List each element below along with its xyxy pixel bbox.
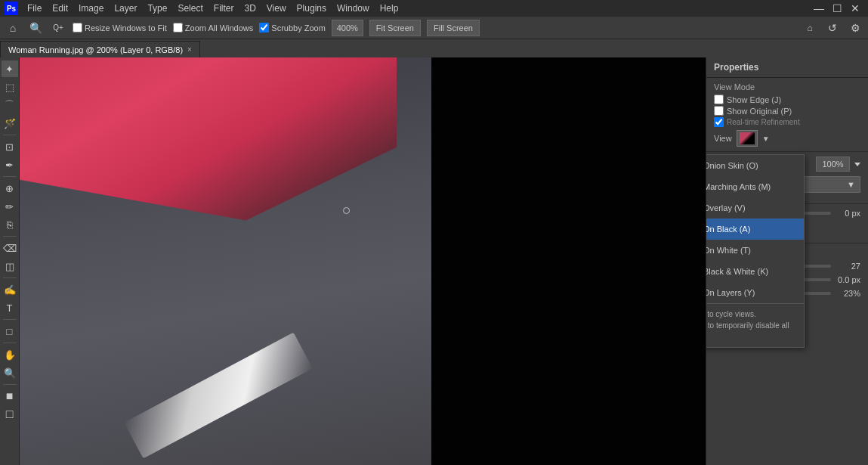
view-dropdown-menu: Onion Skin (O) Marching Ants (M) Overlay…	[706, 154, 805, 348]
tab-close-button[interactable]: ×	[187, 45, 192, 54]
separator-6	[3, 343, 17, 343]
healing-brush-tool[interactable]: ⊕	[2, 180, 18, 197]
menu-view[interactable]: View	[262, 2, 291, 15]
show-edge-row: Show Edge (J)	[714, 95, 860, 104]
properties-panel: Properties View Mode Show Edge (J) Show …	[706, 57, 868, 465]
menu-select[interactable]: Select	[173, 2, 207, 15]
menu-help[interactable]: Help	[375, 2, 403, 15]
canvas-area[interactable]	[20, 57, 706, 465]
document-tab[interactable]: Woman Running.jpg @ 200% (Layer 0, RGB/8…	[0, 41, 200, 57]
preview-value: 100%	[816, 157, 850, 172]
close-button[interactable]: ✕	[847, 0, 863, 17]
hand-tool[interactable]: ✋	[2, 346, 18, 363]
separator-5	[3, 319, 17, 320]
dropdown-label-on-layers: On Layers (Y)	[706, 288, 755, 297]
background-color[interactable]: □	[2, 406, 18, 423]
tab-bar: Woman Running.jpg @ 200% (Layer 0, RGB/8…	[0, 39, 868, 57]
zoom-all-label: Zoom All Windows	[185, 23, 253, 33]
view-mode-section: View Mode Show Edge (J) Show Original (P…	[706, 78, 868, 152]
home-icon[interactable]: ⌂	[5, 20, 21, 36]
minimize-button[interactable]: —	[811, 0, 827, 17]
type-tool[interactable]: T	[2, 299, 18, 316]
panel-title: Properties	[714, 62, 758, 73]
tab-label: Woman Running.jpg @ 200% (Layer 0, RGB/8…	[8, 45, 183, 54]
maximize-button[interactable]: ☐	[829, 0, 845, 17]
dropdown-hint: Press F to cycle views. Press X to tempo…	[706, 303, 804, 347]
foreground-color[interactable]: ■	[2, 388, 18, 405]
smooth-value: 27	[834, 262, 860, 271]
menu-type[interactable]: Type	[143, 2, 171, 15]
zoom-tool[interactable]: 🔍	[2, 364, 18, 381]
view-mode-label: View Mode	[714, 82, 860, 91]
lasso-tool[interactable]: ⌒	[2, 97, 18, 113]
dropdown-label-overlay: Overlay (V)	[706, 203, 746, 212]
menu-file[interactable]: File	[23, 2, 46, 15]
fit-screen-button[interactable]: Fit Screen	[369, 20, 421, 36]
separator-2	[3, 176, 17, 177]
dropdown-item-on-white[interactable]: On White (T)	[706, 240, 804, 261]
resize-windows-checkbox[interactable]	[73, 23, 82, 33]
scrubby-zoom-check[interactable]: Scrubby Zoom	[259, 23, 326, 33]
preview-arrow[interactable]	[854, 163, 860, 166]
dropdown-item-marching-ants[interactable]: Marching Ants (M)	[706, 176, 804, 197]
settings-icon[interactable]: ⚙	[847, 20, 863, 36]
dropdown-item-onion-skin[interactable]: Onion Skin (O)	[706, 155, 804, 176]
zoom-value-input[interactable]	[332, 20, 363, 36]
zoom-in-icon[interactable]: Q+	[50, 20, 66, 36]
realtime-checkbox[interactable]	[714, 117, 724, 127]
eyedropper-tool[interactable]: ✒	[2, 157, 18, 173]
dropdown-item-on-layers[interactable]: On Layers (Y)	[706, 282, 804, 303]
menu-bar: Ps File Edit Image Layer Type Select Fil…	[0, 0, 868, 17]
dropdown-item-overlay[interactable]: Overlay (V)	[706, 197, 804, 219]
show-edge-checkbox[interactable]	[714, 95, 724, 104]
main-area: ✦ ⬚ ⌒ 🪄 ⊡ ✒ ⊕ ✏ ⎘ ⌫ ◫ ✍ T □ ✋ 🔍 ■ □	[0, 57, 868, 465]
menu-filter[interactable]: Filter	[209, 2, 239, 15]
select-arrow-icon: ▼	[847, 180, 855, 189]
brush-tool[interactable]: ✏	[2, 198, 18, 215]
menu-3d[interactable]: 3D	[239, 2, 260, 15]
zoom-icon[interactable]: ⌂	[802, 20, 818, 36]
radius-value: 0 px	[834, 209, 860, 218]
view-dropdown-arrow[interactable]: ▼	[762, 135, 770, 143]
app-logo: Ps	[5, 2, 18, 15]
scrubby-zoom-checkbox[interactable]	[259, 23, 269, 33]
clone-tool[interactable]: ⎘	[2, 216, 18, 233]
zoom-all-check[interactable]: Zoom All Windows	[173, 23, 253, 33]
shape-tool[interactable]: □	[2, 323, 18, 339]
image-black-right	[431, 57, 706, 465]
hint-line-2: Press X to temporarily disable all views…	[706, 320, 798, 343]
resize-windows-check[interactable]: Resize Windows to Fit	[73, 23, 167, 33]
rotate-icon[interactable]: ↺	[824, 20, 841, 36]
dropdown-item-black-white[interactable]: Black & White (K)	[706, 261, 804, 282]
menu-window[interactable]: Window	[332, 2, 374, 15]
quick-select-tool[interactable]: 🪄	[2, 115, 18, 132]
realtime-label: Real-time Refinement	[727, 118, 800, 126]
separator-3	[3, 236, 17, 237]
zoom-all-checkbox[interactable]	[173, 23, 183, 33]
view-thumbnail[interactable]	[737, 130, 758, 147]
crop-tool[interactable]: ⊡	[2, 138, 18, 155]
view-label: View	[714, 134, 732, 143]
scrubby-zoom-label: Scrubby Zoom	[271, 23, 326, 33]
menu-edit[interactable]: Edit	[48, 2, 73, 15]
eraser-tool[interactable]: ⌫	[2, 240, 18, 256]
menu-layer[interactable]: Layer	[110, 2, 141, 15]
gradient-tool[interactable]: ◫	[2, 258, 18, 274]
panel-header: Properties	[706, 57, 868, 78]
fill-screen-button[interactable]: Fill Screen	[427, 20, 480, 36]
pen-tool[interactable]: ✍	[2, 281, 18, 298]
feather-value: 0.0 px	[834, 275, 860, 284]
menu-plugins[interactable]: Plugins	[292, 2, 331, 15]
dropdown-label-onion-skin: Onion Skin (O)	[706, 161, 758, 170]
selection-tool[interactable]: ✦	[2, 60, 18, 77]
resize-windows-label: Resize Windows to Fit	[85, 23, 167, 33]
dropdown-item-on-black[interactable]: On Black (A)	[706, 219, 804, 240]
show-original-checkbox[interactable]	[714, 106, 724, 116]
marquee-tool[interactable]: ⬚	[2, 79, 18, 95]
separator-7	[3, 384, 17, 385]
options-bar: ⌂ 🔍 Q+ Resize Windows to Fit Zoom All Wi…	[0, 17, 868, 39]
toolbar: ✦ ⬚ ⌒ 🪄 ⊡ ✒ ⊕ ✏ ⎘ ⌫ ◫ ✍ T □ ✋ 🔍 ■ □	[0, 57, 20, 465]
menu-image[interactable]: Image	[74, 2, 108, 15]
zoom-out-icon[interactable]: 🔍	[27, 20, 44, 36]
dropdown-label-black-white: Black & White (K)	[706, 267, 768, 276]
